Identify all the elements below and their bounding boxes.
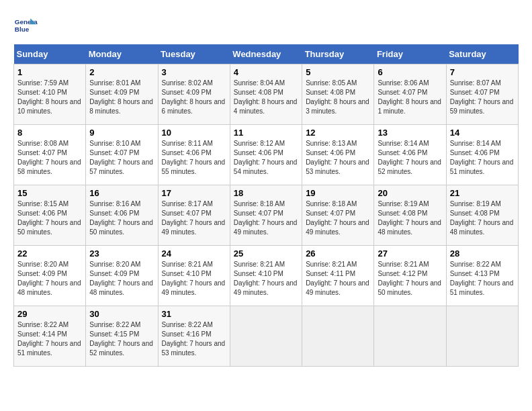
table-row: 25 Sunrise: 8:21 AMSunset: 4:10 PMDaylig…: [230, 246, 302, 306]
table-row: 16 Sunrise: 8:16 AMSunset: 4:06 PMDaylig…: [86, 185, 158, 246]
day-info: Sunrise: 8:22 AMSunset: 4:16 PMDaylight:…: [162, 321, 226, 357]
day-info: Sunrise: 8:13 AMSunset: 4:06 PMDaylight:…: [306, 140, 369, 175]
table-row: 2 Sunrise: 8:01 AMSunset: 4:09 PMDayligh…: [86, 64, 158, 125]
day-number: 31: [162, 309, 226, 319]
logo-icon: General Blue: [13, 13, 38, 38]
day-info: Sunrise: 8:19 AMSunset: 4:08 PMDaylight:…: [378, 200, 441, 236]
table-row: 15 Sunrise: 8:15 AMSunset: 4:06 PMDaylig…: [14, 185, 86, 246]
table-row: 18 Sunrise: 8:18 AMSunset: 4:07 PMDaylig…: [230, 185, 302, 246]
day-number: 6: [378, 67, 442, 77]
day-info: Sunrise: 8:12 AMSunset: 4:06 PMDaylight:…: [234, 140, 298, 175]
table-row: [446, 306, 518, 367]
page-header: General Blue: [13, 13, 519, 38]
day-number: 13: [378, 128, 442, 138]
table-row: 21 Sunrise: 8:19 AMSunset: 4:08 PMDaylig…: [446, 185, 518, 246]
table-row: 31 Sunrise: 8:22 AMSunset: 4:16 PMDaylig…: [158, 306, 230, 367]
day-info: Sunrise: 7:59 AMSunset: 4:10 PMDaylight:…: [17, 79, 81, 115]
day-number: 18: [234, 188, 298, 198]
table-row: 22 Sunrise: 8:20 AMSunset: 4:09 PMDaylig…: [14, 246, 86, 306]
calendar-week-row: 29 Sunrise: 8:22 AMSunset: 4:14 PMDaylig…: [14, 306, 519, 367]
day-info: Sunrise: 8:21 AMSunset: 4:12 PMDaylight:…: [378, 261, 441, 296]
calendar-week-row: 8 Sunrise: 8:08 AMSunset: 4:07 PMDayligh…: [14, 125, 519, 185]
day-info: Sunrise: 8:22 AMSunset: 4:15 PMDaylight:…: [89, 321, 153, 357]
day-info: Sunrise: 8:19 AMSunset: 4:08 PMDaylight:…: [450, 200, 514, 236]
day-info: Sunrise: 8:07 AMSunset: 4:07 PMDaylight:…: [450, 79, 514, 115]
day-number: 11: [234, 128, 298, 138]
table-row: 26 Sunrise: 8:21 AMSunset: 4:11 PMDaylig…: [302, 246, 374, 306]
calendar-table: Sunday Monday Tuesday Wednesday Thursday…: [13, 44, 519, 367]
day-number: 15: [17, 188, 82, 198]
day-number: 9: [89, 128, 154, 138]
table-row: 27 Sunrise: 8:21 AMSunset: 4:12 PMDaylig…: [374, 246, 446, 306]
day-info: Sunrise: 8:15 AMSunset: 4:06 PMDaylight:…: [17, 200, 81, 236]
day-info: Sunrise: 8:22 AMSunset: 4:14 PMDaylight:…: [17, 321, 81, 357]
table-row: 23 Sunrise: 8:20 AMSunset: 4:09 PMDaylig…: [86, 246, 158, 306]
col-saturday: Saturday: [446, 44, 518, 64]
col-monday: Monday: [86, 44, 158, 64]
day-info: Sunrise: 8:06 AMSunset: 4:07 PMDaylight:…: [378, 79, 441, 115]
table-row: [230, 306, 302, 367]
day-info: Sunrise: 8:14 AMSunset: 4:06 PMDaylight:…: [378, 140, 441, 175]
table-row: 8 Sunrise: 8:08 AMSunset: 4:07 PMDayligh…: [14, 125, 86, 185]
table-row: 6 Sunrise: 8:06 AMSunset: 4:07 PMDayligh…: [374, 64, 446, 125]
table-row: 17 Sunrise: 8:17 AMSunset: 4:07 PMDaylig…: [158, 185, 230, 246]
day-number: 22: [17, 248, 82, 259]
day-number: 19: [306, 188, 370, 198]
col-sunday: Sunday: [14, 44, 86, 64]
table-row: 5 Sunrise: 8:05 AMSunset: 4:08 PMDayligh…: [302, 64, 374, 125]
calendar-week-row: 1 Sunrise: 7:59 AMSunset: 4:10 PMDayligh…: [14, 64, 519, 125]
table-row: 10 Sunrise: 8:11 AMSunset: 4:06 PMDaylig…: [158, 125, 230, 185]
col-friday: Friday: [374, 44, 446, 64]
day-number: 16: [89, 188, 154, 198]
calendar-header-row: Sunday Monday Tuesday Wednesday Thursday…: [14, 44, 519, 64]
table-row: 30 Sunrise: 8:22 AMSunset: 4:15 PMDaylig…: [86, 306, 158, 367]
day-info: Sunrise: 8:21 AMSunset: 4:10 PMDaylight:…: [234, 261, 298, 296]
day-number: 23: [89, 248, 154, 259]
day-info: Sunrise: 8:05 AMSunset: 4:08 PMDaylight:…: [306, 79, 369, 115]
table-row: 14 Sunrise: 8:14 AMSunset: 4:06 PMDaylig…: [446, 125, 518, 185]
table-row: 28 Sunrise: 8:22 AMSunset: 4:13 PMDaylig…: [446, 246, 518, 306]
day-info: Sunrise: 8:16 AMSunset: 4:06 PMDaylight:…: [89, 200, 153, 236]
table-row: [302, 306, 374, 367]
day-info: Sunrise: 8:01 AMSunset: 4:09 PMDaylight:…: [89, 79, 153, 115]
day-info: Sunrise: 8:18 AMSunset: 4:07 PMDaylight:…: [306, 200, 369, 236]
day-number: 21: [450, 188, 515, 198]
table-row: 13 Sunrise: 8:14 AMSunset: 4:06 PMDaylig…: [374, 125, 446, 185]
day-number: 4: [234, 67, 298, 77]
day-number: 8: [17, 128, 82, 138]
table-row: 29 Sunrise: 8:22 AMSunset: 4:14 PMDaylig…: [14, 306, 86, 367]
table-row: [374, 306, 446, 367]
day-number: 14: [450, 128, 515, 138]
day-number: 1: [17, 67, 82, 77]
day-number: 29: [17, 309, 82, 319]
table-row: 1 Sunrise: 7:59 AMSunset: 4:10 PMDayligh…: [14, 64, 86, 125]
table-row: 9 Sunrise: 8:10 AMSunset: 4:07 PMDayligh…: [86, 125, 158, 185]
day-info: Sunrise: 8:21 AMSunset: 4:11 PMDaylight:…: [306, 261, 369, 296]
day-number: 12: [306, 128, 370, 138]
day-info: Sunrise: 8:17 AMSunset: 4:07 PMDaylight:…: [162, 200, 226, 236]
table-row: 4 Sunrise: 8:04 AMSunset: 4:08 PMDayligh…: [230, 64, 302, 125]
table-row: 12 Sunrise: 8:13 AMSunset: 4:06 PMDaylig…: [302, 125, 374, 185]
table-row: 19 Sunrise: 8:18 AMSunset: 4:07 PMDaylig…: [302, 185, 374, 246]
svg-text:General: General: [15, 18, 38, 26]
table-row: 20 Sunrise: 8:19 AMSunset: 4:08 PMDaylig…: [374, 185, 446, 246]
calendar-week-row: 22 Sunrise: 8:20 AMSunset: 4:09 PMDaylig…: [14, 246, 519, 306]
day-number: 26: [306, 248, 370, 259]
day-number: 2: [89, 67, 154, 77]
table-row: 7 Sunrise: 8:07 AMSunset: 4:07 PMDayligh…: [446, 64, 518, 125]
day-number: 5: [306, 67, 370, 77]
col-tuesday: Tuesday: [158, 44, 230, 64]
day-info: Sunrise: 8:02 AMSunset: 4:09 PMDaylight:…: [162, 79, 226, 115]
day-info: Sunrise: 8:04 AMSunset: 4:08 PMDaylight:…: [234, 79, 298, 115]
col-wednesday: Wednesday: [230, 44, 302, 64]
col-thursday: Thursday: [302, 44, 374, 64]
calendar-week-row: 15 Sunrise: 8:15 AMSunset: 4:06 PMDaylig…: [14, 185, 519, 246]
day-info: Sunrise: 8:11 AMSunset: 4:06 PMDaylight:…: [162, 140, 226, 175]
day-number: 24: [162, 248, 226, 259]
day-info: Sunrise: 8:18 AMSunset: 4:07 PMDaylight:…: [234, 200, 298, 236]
table-row: 3 Sunrise: 8:02 AMSunset: 4:09 PMDayligh…: [158, 64, 230, 125]
svg-text:Blue: Blue: [15, 26, 30, 33]
day-info: Sunrise: 8:08 AMSunset: 4:07 PMDaylight:…: [17, 140, 81, 175]
day-info: Sunrise: 8:20 AMSunset: 4:09 PMDaylight:…: [17, 261, 81, 296]
day-number: 28: [450, 248, 515, 259]
